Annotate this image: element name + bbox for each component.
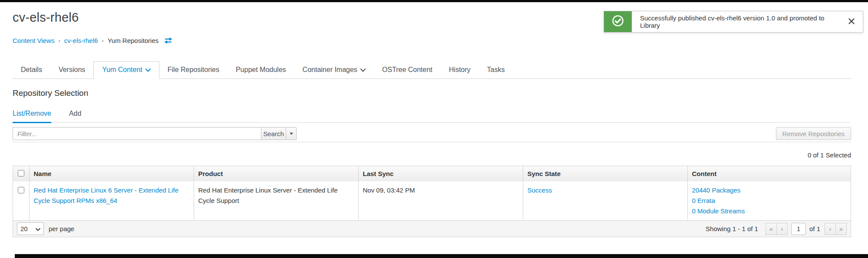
notification-message: Successfully published cv-els-rhel6 vers… xyxy=(632,11,840,32)
tab-yum-content[interactable]: Yum Content xyxy=(93,61,159,79)
selection-summary: 0 of 1 Selected xyxy=(808,151,851,159)
last-sync-cell: Nov 09, 03:42 PM xyxy=(363,186,415,194)
page-count-label: of 1 xyxy=(809,225,820,232)
tab-puppet-modules[interactable]: Puppet Modules xyxy=(228,62,294,78)
filter-input[interactable] xyxy=(13,127,261,140)
table-header-row: Name Product Last Sync Sync State Conten… xyxy=(13,166,851,181)
tab-ostree-content[interactable]: OSTree Content xyxy=(374,62,441,78)
search-options-button[interactable] xyxy=(286,127,297,140)
select-all-checkbox[interactable] xyxy=(18,170,24,176)
breadcrumb-separator: › xyxy=(102,37,103,44)
next-page-button[interactable]: › xyxy=(825,223,836,235)
app-window: Successfully published cv-els-rhel6 vers… xyxy=(0,0,868,258)
breadcrumb-content-view[interactable]: cv-els-rhel6 xyxy=(64,37,98,44)
toolbar-divider xyxy=(13,142,851,142)
breadcrumb-content-views[interactable]: Content Views xyxy=(13,37,54,44)
chevron-down-icon xyxy=(360,69,366,72)
pagination: Showing 1 - 1 of 1 « ‹ of 1 › » xyxy=(706,223,847,235)
caret-down-icon xyxy=(290,133,293,135)
exchange-icon[interactable] xyxy=(164,37,172,44)
table-row: Red Hat Enterprise Linux 6 Server - Exte… xyxy=(13,181,851,220)
success-icon-box xyxy=(604,11,632,32)
tab-history[interactable]: History xyxy=(441,62,479,78)
column-header-name: Name xyxy=(29,166,194,181)
column-header-content: Content xyxy=(687,166,851,181)
toolbar: Search Remove Repositories xyxy=(13,127,851,140)
table-footer: 20 per page Showing 1 - 1 of 1 « ‹ of 1 xyxy=(13,220,851,237)
pagination-summary: Showing 1 - 1 of 1 xyxy=(706,225,758,232)
page-number-input[interactable] xyxy=(791,223,806,235)
main-tabs: Details Versions Yum Content File Reposi… xyxy=(13,60,851,79)
subtab-list-remove[interactable]: List/Remove xyxy=(13,108,51,123)
close-icon xyxy=(848,18,855,26)
sync-state-link[interactable]: Success xyxy=(528,185,683,196)
tab-details[interactable]: Details xyxy=(13,62,50,78)
per-page-label: per page xyxy=(49,225,74,232)
first-page-button[interactable]: « xyxy=(766,223,777,235)
success-notification: Successfully published cv-els-rhel6 vers… xyxy=(604,11,863,33)
errata-link[interactable]: 0 Errata xyxy=(692,196,847,206)
sub-tabs: List/Remove Add xyxy=(13,108,851,123)
prev-page-button[interactable]: ‹ xyxy=(776,223,788,235)
subtab-add[interactable]: Add xyxy=(69,108,81,123)
search-button[interactable]: Search xyxy=(261,127,286,140)
top-edge-bar xyxy=(0,0,868,2)
breadcrumb-current: Yum Repositories xyxy=(108,37,159,44)
chevron-down-icon xyxy=(36,225,40,232)
per-page-select[interactable]: 20 xyxy=(17,222,44,235)
filter-group: Search xyxy=(13,127,297,140)
last-page-button[interactable]: » xyxy=(835,223,847,235)
remove-repositories-button[interactable]: Remove Repositories xyxy=(776,127,851,140)
column-header-last-sync: Last Sync xyxy=(358,166,523,181)
section-heading: Repository Selection xyxy=(13,88,88,98)
chevron-down-icon xyxy=(145,69,151,72)
check-circle-icon xyxy=(611,14,624,29)
breadcrumb: Content Views › cv-els-rhel6 › Yum Repos… xyxy=(13,37,172,44)
tab-tasks[interactable]: Tasks xyxy=(479,62,513,78)
tab-container-images[interactable]: Container Images xyxy=(294,62,374,78)
product-cell: Red Hat Enterprise Linux Server - Extend… xyxy=(198,186,338,204)
packages-link[interactable]: 20440 Packages xyxy=(692,185,847,196)
breadcrumb-separator: › xyxy=(58,37,60,44)
repository-name-link[interactable]: Red Hat Enterprise Linux 6 Server - Exte… xyxy=(34,185,189,206)
tab-file-repositories[interactable]: File Repositories xyxy=(159,62,228,78)
page-title: cv-els-rhel6 xyxy=(13,10,79,25)
row-checkbox[interactable] xyxy=(18,187,24,193)
tab-versions[interactable]: Versions xyxy=(50,62,93,78)
column-header-product: Product xyxy=(194,166,358,181)
module-streams-link[interactable]: 0 Module Streams xyxy=(692,206,847,216)
notification-close-button[interactable] xyxy=(840,11,863,32)
per-page-value: 20 xyxy=(20,225,28,232)
bottom-edge-bar xyxy=(15,254,868,258)
column-header-sync-state: Sync State xyxy=(523,166,687,181)
repositories-table: Name Product Last Sync Sync State Conten… xyxy=(13,166,851,237)
